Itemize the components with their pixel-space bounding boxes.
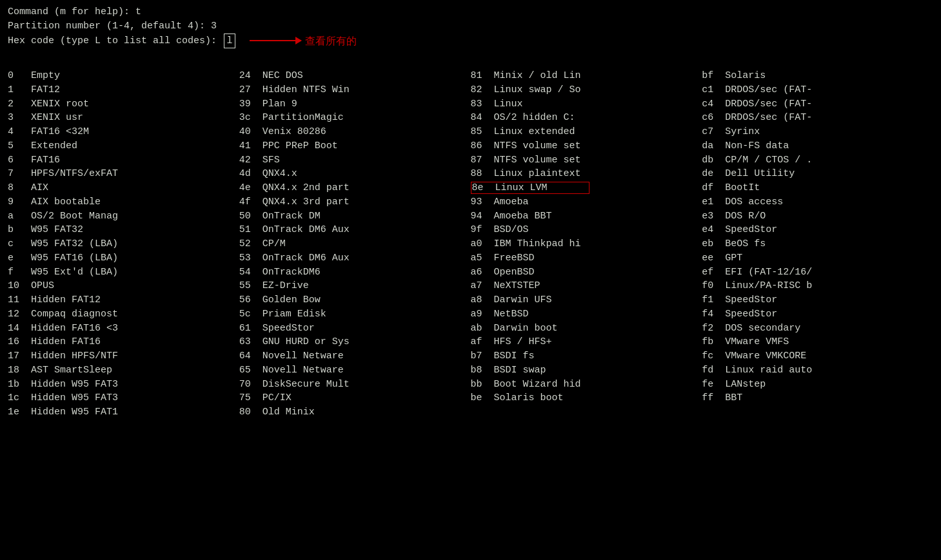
table-cell: eb BeOS fs bbox=[702, 237, 933, 251]
table-row: 16 Hidden FAT16 63 GNU HURD or Sys af HF… bbox=[8, 335, 933, 349]
table-cell: 3c PartitionMagic bbox=[239, 111, 471, 125]
table-cell: 8 AIX bbox=[8, 181, 239, 195]
table-row: 2 XENIX root 39 Plan 9 83 Linux c4 DRDOS… bbox=[8, 97, 933, 111]
table-cell: 51 OnTrack DM6 Aux bbox=[239, 223, 471, 237]
table-cell: 84 OS/2 hidden C: bbox=[471, 111, 702, 125]
table-cell: ee GPT bbox=[702, 251, 933, 266]
table-row: 9 AIX bootable 4f QNX4.x 3rd part 93 Amo… bbox=[8, 195, 933, 209]
table-cell: 55 EZ-Drive bbox=[239, 279, 471, 293]
table-cell: 63 GNU HURD or Sys bbox=[239, 335, 471, 349]
table-cell: 82 Linux swap / So bbox=[471, 83, 702, 97]
table-cell: 0 Empty bbox=[8, 69, 239, 83]
table-cell: c4 DRDOS/sec (FAT- bbox=[702, 97, 933, 111]
table-cell: 52 CP/M bbox=[239, 237, 471, 251]
table-cell: e W95 FAT16 (LBA) bbox=[8, 251, 239, 266]
table-row: 4 FAT16 <32M 40 Venix 80286 85 Linux ext… bbox=[8, 125, 933, 139]
highlighted-cell: 8e Linux LVM bbox=[471, 182, 589, 194]
table-cell: 1 FAT12 bbox=[8, 83, 239, 97]
partition-type-table: 0 Empty 24 NEC DOS 81 Minix / old Lin bf… bbox=[8, 55, 933, 420]
table-cell: 10 OPUS bbox=[8, 279, 239, 293]
table-row: c W95 FAT32 (LBA) 52 CP/M a0 IBM Thinkpa… bbox=[8, 237, 933, 251]
partition-line: Partition number (1-4, default 4): 3 bbox=[8, 19, 933, 34]
table-cell: 50 OnTrack DM bbox=[239, 209, 471, 224]
table-cell: 87 NTFS volume set bbox=[471, 153, 702, 168]
table-cell: 85 Linux extended bbox=[471, 125, 702, 139]
table-cell: f0 Linux/PA-RISC b bbox=[702, 279, 933, 293]
table-row: a OS/2 Boot Manag 50 OnTrack DM 94 Amoeb… bbox=[8, 209, 933, 224]
table-cell: a5 FreeBSD bbox=[471, 251, 702, 266]
table-row: 1b Hidden W95 FAT3 70 DiskSecure Mult bb… bbox=[8, 378, 933, 392]
table-cell: 93 Amoeba bbox=[471, 195, 702, 209]
table-cell: 24 NEC DOS bbox=[239, 69, 471, 83]
table-row: 11 Hidden FAT12 56 Golden Bow a8 Darwin … bbox=[8, 293, 933, 307]
annotation-text: 查看所有的 bbox=[305, 34, 357, 48]
table-cell bbox=[702, 405, 933, 420]
table-cell: 9f BSD/OS bbox=[471, 223, 702, 237]
table-cell: 5c Priam Edisk bbox=[239, 307, 471, 322]
table-cell: 14 Hidden FAT16 <3 bbox=[8, 322, 239, 336]
header-section: Command (m for help): t Partition number… bbox=[8, 5, 933, 48]
table-cell: 16 Hidden FAT16 bbox=[8, 335, 239, 349]
table-cell: 11 Hidden FAT12 bbox=[8, 293, 239, 307]
table-cell: 27 Hidden NTFS Win bbox=[239, 83, 471, 97]
table-cell: 12 Compaq diagnost bbox=[8, 307, 239, 322]
table-row: 3 XENIX usr 3c PartitionMagic 84 OS/2 hi… bbox=[8, 111, 933, 125]
table-cell: ab Darwin boot bbox=[471, 322, 702, 336]
table-cell: 75 PC/IX bbox=[239, 391, 471, 405]
table-cell: c6 DRDOS/sec (FAT- bbox=[702, 111, 933, 125]
table-cell: 94 Amoeba BBT bbox=[471, 209, 702, 224]
table-cell: a0 IBM Thinkpad hi bbox=[471, 237, 702, 251]
table-cell: 81 Minix / old Lin bbox=[471, 69, 702, 83]
table-cell: 42 SFS bbox=[239, 153, 471, 168]
table-cell: 1e Hidden W95 FAT1 bbox=[8, 405, 239, 420]
table-cell: 6 FAT16 bbox=[8, 153, 239, 168]
table-cell: db CP/M / CTOS / . bbox=[702, 153, 933, 168]
table-row: 6 FAT16 42 SFS 87 NTFS volume set db CP/… bbox=[8, 153, 933, 168]
table-cell: 39 Plan 9 bbox=[239, 97, 471, 111]
table-cell: da Non-FS data bbox=[702, 139, 933, 153]
table-cell: 7 HPFS/NTFS/exFAT bbox=[8, 167, 239, 181]
table-cell: bf Solaris bbox=[702, 69, 933, 83]
table-cell: be Solaris boot bbox=[471, 391, 702, 405]
table-cell: 86 NTFS volume set bbox=[471, 139, 702, 153]
table-cell: a6 OpenBSD bbox=[471, 266, 702, 280]
table-cell: e3 DOS R/O bbox=[702, 209, 933, 224]
table-cell: 8e Linux LVM bbox=[471, 181, 702, 195]
table-cell: 88 Linux plaintext bbox=[471, 167, 702, 181]
table-cell: b W95 FAT32 bbox=[8, 223, 239, 237]
table-cell: 70 DiskSecure Mult bbox=[239, 378, 471, 392]
table-row: 1 FAT12 27 Hidden NTFS Win 82 Linux swap… bbox=[8, 83, 933, 97]
table-cell bbox=[471, 405, 702, 420]
table-row: 14 Hidden FAT16 <3 61 SpeedStor ab Darwi… bbox=[8, 322, 933, 336]
table-cell: 4e QNX4.x 2nd part bbox=[239, 181, 471, 195]
table-cell: 80 Old Minix bbox=[239, 405, 471, 420]
table-cell: af HFS / HFS+ bbox=[471, 335, 702, 349]
table-cell: 65 Novell Netware bbox=[239, 363, 471, 378]
table-cell: 4 FAT16 <32M bbox=[8, 125, 239, 139]
partition-table-wrapper: 0 Empty 24 NEC DOS 81 Minix / old Lin bf… bbox=[8, 55, 933, 420]
table-cell: e4 SpeedStor bbox=[702, 223, 933, 237]
table-cell: 41 PPC PReP Boot bbox=[239, 139, 471, 153]
table-row: 12 Compaq diagnost 5c Priam Edisk a9 Net… bbox=[8, 307, 933, 322]
hex-code-prefix: Hex code (type L to list all codes): bbox=[8, 34, 223, 48]
table-cell: 17 Hidden HPFS/NTF bbox=[8, 349, 239, 363]
hex-code-line: Hex code (type L to list all codes): l查看… bbox=[8, 34, 933, 49]
table-cell: f4 SpeedStor bbox=[702, 307, 933, 322]
hex-input-box[interactable]: l bbox=[224, 34, 235, 49]
table-row: 17 Hidden HPFS/NTF 64 Novell Netware b7 … bbox=[8, 349, 933, 363]
table-cell: 5 Extended bbox=[8, 139, 239, 153]
table-cell: 18 AST SmartSleep bbox=[8, 363, 239, 378]
table-cell: a7 NeXTSTEP bbox=[471, 279, 702, 293]
table-cell: 1b Hidden W95 FAT3 bbox=[8, 378, 239, 392]
table-cell: 1c Hidden W95 FAT3 bbox=[8, 391, 239, 405]
table-cell: a9 NetBSD bbox=[471, 307, 702, 322]
table-row: 5 Extended 41 PPC PReP Boot 86 NTFS volu… bbox=[8, 139, 933, 153]
table-row: 1c Hidden W95 FAT3 75 PC/IX be Solaris b… bbox=[8, 391, 933, 405]
table-cell: fe LANstep bbox=[702, 378, 933, 392]
table-row: f W95 Ext'd (LBA) 54 OnTrackDM6 a6 OpenB… bbox=[8, 266, 933, 280]
table-row: 7 HPFS/NTFS/exFAT 4d QNX4.x 88 Linux pla… bbox=[8, 167, 933, 181]
table-cell: a OS/2 Boot Manag bbox=[8, 209, 239, 224]
table-cell: b8 BSDI swap bbox=[471, 363, 702, 378]
table-cell: 83 Linux bbox=[471, 97, 702, 111]
table-cell: 4f QNX4.x 3rd part bbox=[239, 195, 471, 209]
